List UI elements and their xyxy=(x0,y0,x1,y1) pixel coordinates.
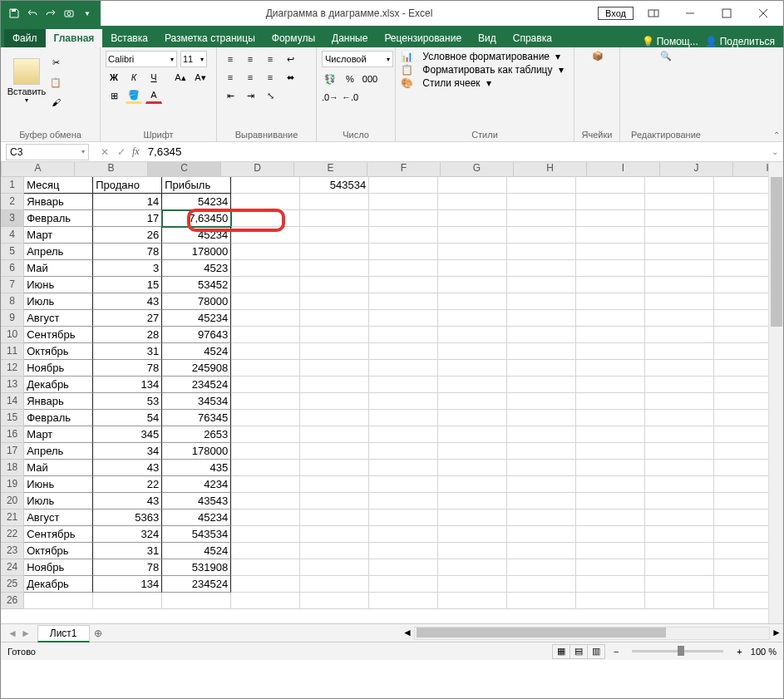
cell[interactable]: 543534 xyxy=(300,177,369,194)
formula-input[interactable] xyxy=(145,144,767,160)
cell[interactable] xyxy=(369,526,438,543)
cell[interactable] xyxy=(231,443,300,460)
cell[interactable] xyxy=(300,426,369,443)
cell[interactable]: 134 xyxy=(93,377,162,393)
cell[interactable] xyxy=(369,410,438,426)
cell[interactable] xyxy=(438,493,507,509)
column-header-D[interactable]: D xyxy=(221,162,294,176)
fill-color-icon[interactable]: 🪣 xyxy=(126,87,142,104)
cell[interactable] xyxy=(507,393,576,410)
column-header-J[interactable]: J xyxy=(660,162,733,176)
column-header-E[interactable]: E xyxy=(294,162,367,176)
cell[interactable] xyxy=(576,244,645,260)
cell[interactable] xyxy=(231,410,300,426)
cell[interactable] xyxy=(300,310,369,327)
cell[interactable] xyxy=(300,393,369,410)
cell[interactable]: 543534 xyxy=(162,526,231,543)
cell[interactable] xyxy=(438,393,507,410)
cell[interactable] xyxy=(231,543,300,559)
cell[interactable] xyxy=(438,343,507,360)
tab-insert[interactable]: Вставка xyxy=(102,29,156,47)
cell[interactable] xyxy=(507,377,576,393)
cell[interactable] xyxy=(576,476,645,493)
cell[interactable] xyxy=(645,526,714,543)
cell[interactable] xyxy=(507,443,576,460)
tab-formulas[interactable]: Формулы xyxy=(264,29,323,47)
cell[interactable] xyxy=(438,559,507,576)
cell[interactable] xyxy=(369,509,438,526)
cell[interactable]: 3 xyxy=(93,260,162,277)
cell[interactable] xyxy=(300,377,369,393)
zoom-level[interactable]: 100 % xyxy=(751,647,777,657)
align-top-icon[interactable]: ≡ xyxy=(222,51,239,67)
cell[interactable] xyxy=(507,327,576,343)
font-color-icon[interactable]: A xyxy=(145,87,162,104)
cell[interactable] xyxy=(438,310,507,327)
cell[interactable] xyxy=(645,310,714,327)
cell[interactable] xyxy=(438,177,507,194)
cell[interactable] xyxy=(507,210,576,227)
cell[interactable]: Март xyxy=(24,227,93,244)
borders-icon[interactable]: ⊞ xyxy=(106,87,122,104)
column-header-A[interactable]: A xyxy=(2,162,75,176)
cell[interactable] xyxy=(576,377,645,393)
cell[interactable] xyxy=(576,177,645,194)
orientation-icon[interactable]: ⤡ xyxy=(262,87,279,104)
cell[interactable]: Февраль xyxy=(24,410,93,426)
cell[interactable] xyxy=(438,360,507,377)
page-break-view-icon[interactable]: ▥ xyxy=(587,644,605,659)
cell[interactable] xyxy=(369,227,438,244)
decrease-decimal-icon[interactable]: ←.0 xyxy=(342,89,358,106)
cell[interactable] xyxy=(645,593,714,609)
cell[interactable]: 4234 xyxy=(162,476,231,493)
row-header[interactable]: 7 xyxy=(1,277,24,293)
cell[interactable]: 78 xyxy=(93,244,162,260)
cell[interactable]: 14 xyxy=(93,194,162,210)
cell[interactable] xyxy=(300,293,369,310)
cell[interactable]: 17 xyxy=(93,210,162,227)
cell[interactable]: Декабрь xyxy=(24,377,93,393)
ribbon-options-icon[interactable] xyxy=(637,2,670,25)
cell[interactable] xyxy=(438,277,507,293)
cell[interactable]: Продано xyxy=(93,177,162,194)
cell[interactable] xyxy=(438,526,507,543)
cell[interactable] xyxy=(300,493,369,509)
cell[interactable] xyxy=(507,576,576,593)
cell[interactable] xyxy=(645,509,714,526)
cell[interactable]: 53452 xyxy=(162,277,231,293)
cell[interactable] xyxy=(645,177,714,194)
cell[interactable] xyxy=(576,343,645,360)
cell[interactable]: 234524 xyxy=(162,377,231,393)
cell[interactable] xyxy=(231,343,300,360)
cell[interactable]: 2653 xyxy=(162,426,231,443)
row-header[interactable]: 8 xyxy=(1,293,24,310)
cell[interactable] xyxy=(576,360,645,377)
cell[interactable] xyxy=(507,177,576,194)
cell[interactable] xyxy=(231,360,300,377)
cell[interactable] xyxy=(576,576,645,593)
row-header[interactable]: 26 xyxy=(1,593,24,609)
cell[interactable] xyxy=(645,277,714,293)
cell[interactable] xyxy=(576,460,645,476)
cell[interactable] xyxy=(231,327,300,343)
cell[interactable] xyxy=(231,210,300,227)
cell[interactable] xyxy=(438,210,507,227)
cell[interactable] xyxy=(231,460,300,476)
cell[interactable]: Январь xyxy=(24,393,93,410)
font-size-combo[interactable]: ▾ xyxy=(180,51,207,67)
cell[interactable] xyxy=(645,244,714,260)
cell[interactable] xyxy=(231,476,300,493)
cell[interactable]: 78000 xyxy=(162,293,231,310)
cell[interactable] xyxy=(369,377,438,393)
cell[interactable] xyxy=(645,360,714,377)
tab-view[interactable]: Вид xyxy=(470,29,505,47)
collapse-ribbon-icon[interactable]: ⌃ xyxy=(773,130,780,140)
cell[interactable] xyxy=(507,476,576,493)
cell[interactable] xyxy=(369,393,438,410)
cell[interactable] xyxy=(645,293,714,310)
cell[interactable] xyxy=(507,493,576,509)
cell[interactable] xyxy=(438,426,507,443)
cell[interactable] xyxy=(93,593,162,609)
cell[interactable] xyxy=(507,360,576,377)
cell[interactable] xyxy=(438,509,507,526)
